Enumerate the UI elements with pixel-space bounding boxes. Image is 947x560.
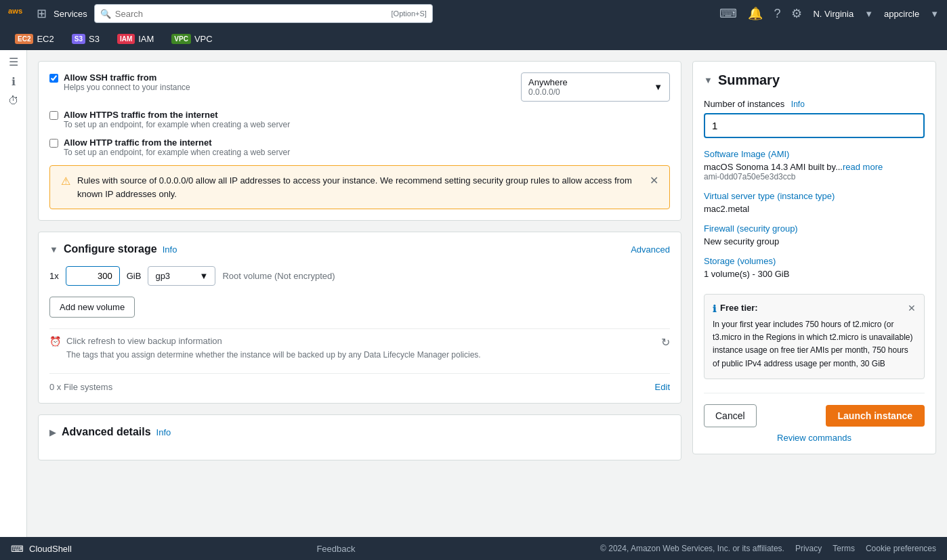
cancel-button[interactable]: Cancel [704, 404, 757, 427]
advanced-expand-icon[interactable]: ▶ [49, 427, 56, 437]
tab-ec2[interactable]: EC2 EC2 [8, 31, 61, 47]
https-checkbox[interactable] [49, 111, 58, 120]
summary-instance-type: Virtual server type (instance type) mac2… [704, 191, 925, 214]
review-commands-link[interactable]: Review commands [777, 433, 851, 443]
instance-type-value: mac2.metal [704, 204, 925, 214]
nav-right: ⌨ 🔔 ? ⚙ N. Virginia ▼ appcircle ▼ [719, 6, 939, 21]
firewall-value: New security group [704, 236, 925, 246]
free-tier-header: ℹ Free tier: ✕ [713, 303, 916, 314]
main-layout: ☰ ℹ ⏱ Allow SSH traffic from Helps you c… [0, 50, 947, 537]
tab-s3[interactable]: S3 S3 [65, 31, 106, 47]
action-buttons: Cancel Launch instance [704, 393, 925, 427]
http-label: Allow HTTP traffic from the internet [64, 137, 290, 148]
http-description: To set up an endpoint, for example when … [64, 148, 290, 157]
https-row: Allow HTTPS traffic from the internet To… [49, 110, 670, 129]
add-volume-button[interactable]: Add new volume [49, 297, 135, 318]
warning-close-button[interactable]: ✕ [650, 174, 658, 187]
region-selector[interactable]: N. Virginia [813, 9, 854, 19]
volume-type-value: gp3 [155, 271, 170, 281]
tab-iam[interactable]: IAM IAM [110, 31, 161, 47]
ssh-dropdown-sub: 0.0.0.0/0 [528, 87, 568, 97]
storage-title[interactable]: Storage (volumes) [704, 256, 925, 266]
backup-title: Click refresh to view backup information [66, 336, 656, 346]
search-icon: 🔍 [100, 9, 111, 19]
storage-panel: ▼ Configure storage Info Advanced 1x GiB… [38, 232, 681, 404]
backup-text: Click refresh to view backup information… [66, 336, 656, 361]
storage-collapse-icon[interactable]: ▼ [49, 244, 58, 255]
edit-link[interactable]: Edit [655, 382, 670, 392]
storage-info-link[interactable]: Info [163, 244, 177, 255]
sidebar-clock-icon[interactable]: ⏱ [8, 95, 19, 107]
warning-text: Rules with source of 0.0.0.0/0 allow all… [77, 174, 643, 200]
tab-s3-label: S3 [89, 34, 100, 44]
tab-vpc[interactable]: VPC VPC [165, 31, 219, 47]
iam-icon: IAM [117, 34, 135, 44]
file-systems-row: 0 x File systems Edit [49, 373, 670, 392]
summary-firewall: Firewall (security group) New security g… [704, 223, 925, 246]
storage-advanced-link[interactable]: Advanced [631, 244, 670, 255]
content-area: Allow SSH traffic from Helps you connect… [27, 50, 947, 537]
search-shortcut: [Option+S] [392, 9, 427, 18]
ami-value: macOS Sonoma 14.3 AMI built by...read mo… [704, 162, 925, 172]
advanced-section-title: Advanced details [62, 426, 151, 438]
help-icon[interactable]: ? [774, 7, 780, 21]
s3-icon: S3 [72, 34, 85, 44]
instance-type-title[interactable]: Virtual server type (instance type) [704, 191, 925, 201]
volume-type-dropdown[interactable]: gp3 ▼ [148, 266, 215, 286]
summary-ami: Software Image (AMI) macOS Sonoma 14.3 A… [704, 149, 925, 181]
http-row: Allow HTTP traffic from the internet To … [49, 137, 670, 157]
instances-label: Number of instances Info [704, 99, 925, 109]
ssh-checkbox[interactable] [49, 74, 58, 83]
advanced-details-header: ▶ Advanced details Info [49, 426, 670, 438]
ssh-row: Allow SSH traffic from Helps you connect… [49, 72, 670, 102]
advanced-info-link[interactable]: Info [156, 427, 171, 437]
vpc-icon: VPC [171, 34, 191, 44]
free-tier-info-icon: ℹ [713, 303, 716, 314]
menu-icon[interactable]: ☰ [9, 56, 18, 68]
ssh-description: Helps you connect to your instance [64, 83, 190, 92]
tab-ec2-label: EC2 [37, 34, 54, 44]
summary-header: ▼ Summary [704, 72, 925, 88]
tab-vpc-label: VPC [194, 34, 213, 44]
sidebar-info-icon[interactable]: ℹ [12, 75, 16, 88]
ssh-source-dropdown[interactable]: Anywhere 0.0.0.0/0 ▼ [521, 72, 670, 102]
ec2-icon: EC2 [15, 34, 33, 44]
file-systems-text: 0 x File systems [49, 382, 112, 392]
aws-logo[interactable]: aws [8, 3, 30, 24]
instances-count-input[interactable] [704, 113, 925, 138]
volume-unit: GiB [127, 271, 142, 281]
backup-description: The tags that you assign determine wheth… [66, 349, 656, 361]
advanced-details-panel: ▶ Advanced details Info [38, 414, 681, 460]
chevron-down-icon: ▼ [654, 82, 662, 92]
refresh-icon[interactable]: ↻ [661, 336, 670, 349]
main-content-panel: Allow SSH traffic from Helps you connect… [38, 61, 681, 526]
ssh-dropdown-value: Anywhere [528, 77, 568, 87]
launch-instance-button[interactable]: Launch instance [826, 405, 925, 427]
search-input[interactable] [115, 9, 387, 19]
account-menu[interactable]: appcircle [884, 9, 919, 19]
services-button[interactable]: Services [54, 9, 87, 19]
storage-volume-row: 1x GiB gp3 ▼ Root volume (Not encrypted) [49, 266, 670, 286]
storage-value: 1 volume(s) - 300 GiB [704, 269, 925, 279]
instances-info-badge[interactable]: Info [791, 100, 805, 109]
terminal-icon[interactable]: ⌨ [719, 6, 737, 21]
storage-section-header: ▼ Configure storage Info Advanced [49, 243, 670, 255]
tab-iam-label: IAM [138, 34, 154, 44]
ami-read-more[interactable]: read more [843, 162, 883, 172]
firewall-title[interactable]: Firewall (security group) [704, 223, 925, 234]
backup-info: ⏰ Click refresh to view backup informati… [49, 328, 670, 368]
storage-section-title: Configure storage [64, 243, 157, 255]
grid-icon[interactable]: ⊞ [37, 6, 47, 21]
ami-title[interactable]: Software Image (AMI) [704, 149, 925, 159]
free-tier-close-button[interactable]: ✕ [908, 303, 916, 314]
volume-type-chevron: ▼ [200, 271, 209, 281]
search-bar[interactable]: 🔍 [Option+S] [94, 4, 433, 23]
free-tier-text: In your first year includes 750 hours of… [713, 318, 916, 370]
settings-icon[interactable]: ⚙ [791, 6, 802, 21]
bell-icon[interactable]: 🔔 [748, 6, 763, 21]
volume-size-input[interactable] [66, 266, 120, 286]
http-checkbox[interactable] [49, 139, 58, 148]
top-navigation: aws ⊞ Services 🔍 [Option+S] ⌨ 🔔 ? ⚙ N. V… [0, 0, 947, 27]
summary-collapse-icon[interactable]: ▼ [704, 75, 713, 85]
clock-icon: ⏰ [49, 336, 61, 347]
